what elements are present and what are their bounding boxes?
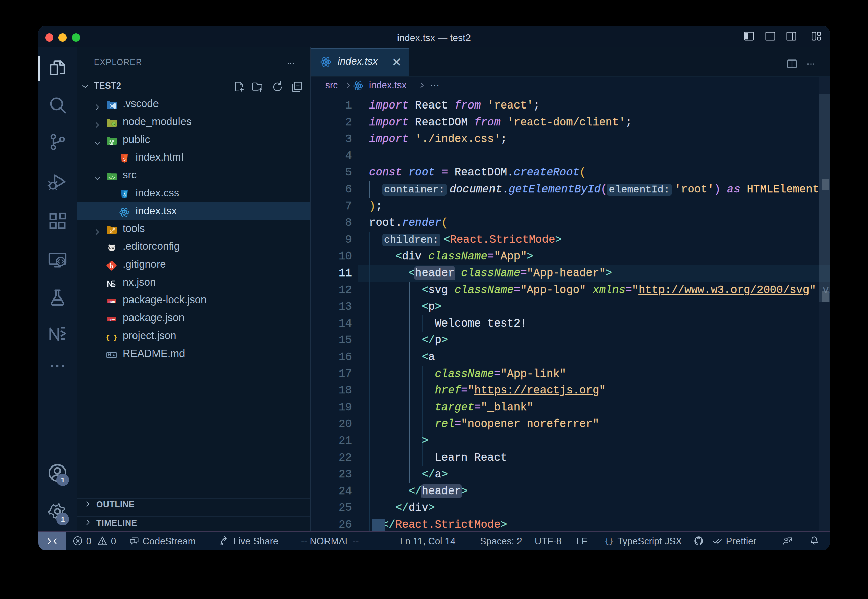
svg-text:npm: npm: [108, 318, 115, 321]
svg-text:{}: {}: [605, 537, 614, 545]
svg-text:5: 5: [123, 157, 125, 162]
svg-text:{ }: { }: [106, 334, 117, 341]
svg-text:3: 3: [123, 192, 125, 197]
svg-text:JS: JS: [112, 123, 115, 126]
svg-text:npm: npm: [108, 300, 115, 303]
svg-text:</>: </>: [108, 176, 115, 180]
